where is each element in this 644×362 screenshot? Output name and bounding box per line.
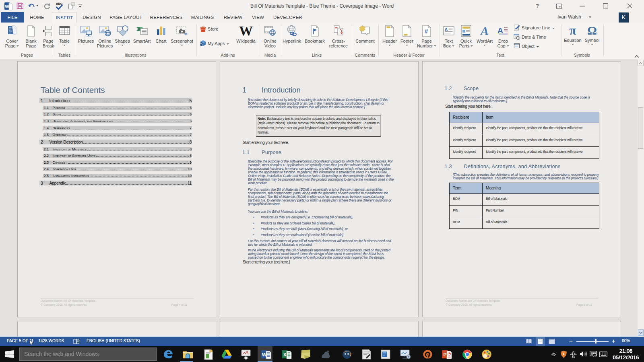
svg-text:A: A	[480, 25, 489, 37]
svg-text:W: W	[262, 352, 267, 358]
svg-text:X: X	[283, 352, 286, 358]
svg-text:A: A	[497, 26, 503, 35]
svg-text:P: P	[443, 352, 446, 358]
svg-text:A: A	[445, 27, 448, 32]
svg-text:#: #	[425, 28, 428, 35]
